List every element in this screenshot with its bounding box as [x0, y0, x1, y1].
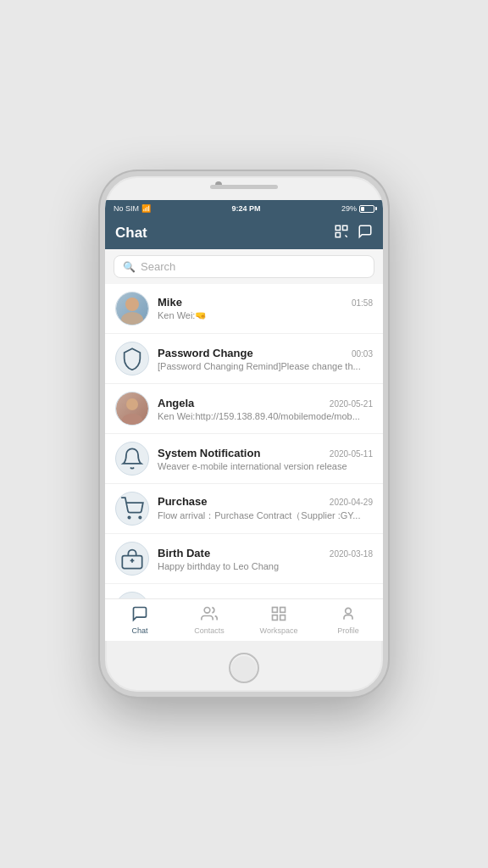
scan-icon[interactable] — [334, 224, 349, 242]
chat-content: Birth Date 2020-03-18 Happy birthday to … — [158, 547, 373, 571]
chat-time: 2020-04-29 — [330, 498, 373, 507]
chat-time: 2020-03-18 — [330, 549, 373, 559]
list-item[interactable]: Purchase 2020-04-29 Flow arrival：Purchas… — [105, 484, 383, 534]
chat-time: 2020-05-11 — [330, 449, 373, 459]
chat-top: Birth Date 2020-03-18 — [158, 547, 373, 559]
chat-top: Password Change 00:03 — [158, 347, 373, 359]
svg-rect-18 — [280, 615, 286, 620]
search-container: 🔍 Search — [105, 249, 383, 284]
chat-nav-icon — [131, 605, 148, 625]
chat-content: Mike 01:58 Ken Wei:🤜 — [158, 296, 373, 321]
chat-content: Purchase 2020-04-29 Flow arrival：Purchas… — [158, 495, 373, 522]
new-chat-icon[interactable] — [358, 224, 373, 242]
status-time: 9:24 PM — [231, 204, 260, 213]
app-header: Chat — [105, 217, 383, 249]
list-item[interactable]: Birth Date 2020-03-18 Happy birthday to … — [105, 534, 383, 584]
search-input[interactable]: Search — [141, 260, 175, 273]
workspace-nav-label: Workspace — [260, 626, 298, 635]
nav-item-contacts[interactable]: Contacts — [175, 599, 244, 641]
chat-name: Password Change — [158, 347, 253, 359]
chat-preview: Ken Wei:🤜 — [158, 310, 373, 321]
list-item[interactable]: System Notification 2020-05-11 Weaver e-… — [105, 434, 383, 484]
svg-rect-0 — [336, 225, 340, 230]
phone-shell: No SIM 📶 9:24 PM 29% Chat — [100, 171, 388, 697]
svg-point-8 — [139, 516, 141, 518]
workspace-nav-icon — [270, 605, 287, 625]
svg-point-7 — [128, 516, 130, 518]
list-item[interactable]: Angela 2020-05-21 Ken Wei:http://159.138… — [105, 384, 383, 434]
search-icon: 🔍 — [123, 261, 136, 273]
chat-name: Angela — [158, 397, 194, 409]
chat-preview: Flow arrival：Purchase Contract（Supplier … — [158, 509, 373, 522]
chat-name: Birth Date — [158, 547, 210, 559]
chat-top: System Notification 2020-05-11 — [158, 447, 373, 459]
battery-percentage: 29% — [341, 204, 357, 213]
chat-list: Mike 01:58 Ken Wei:🤜 Password Change 0 — [105, 284, 383, 598]
list-item[interactable]: Password Change 00:03 [Password Changing… — [105, 334, 383, 384]
contacts-nav-icon — [201, 605, 218, 625]
status-right: 29% — [341, 204, 374, 213]
chat-top: Angela 2020-05-21 — [158, 397, 373, 409]
battery-fill — [361, 207, 364, 211]
page-title: Chat — [115, 225, 147, 242]
phone-speaker — [210, 185, 278, 189]
chat-top: Mike 01:58 — [158, 296, 373, 309]
avatar — [115, 542, 149, 576]
nav-item-workspace[interactable]: Workspace — [244, 599, 313, 641]
bottom-nav: Chat Contacts — [105, 598, 383, 641]
search-bar[interactable]: 🔍 Search — [114, 255, 374, 278]
svg-point-14 — [204, 608, 210, 614]
svg-rect-2 — [336, 233, 340, 237]
chat-time: 00:03 — [352, 349, 373, 359]
avatar — [115, 492, 149, 526]
nav-item-profile[interactable]: Profile — [313, 599, 383, 641]
chat-content: Angela 2020-05-21 Ken Wei:http://159.138… — [158, 397, 373, 421]
avatar — [115, 442, 149, 476]
avatar — [115, 392, 149, 426]
chat-preview: Happy birthday to Leo Chang — [158, 561, 373, 571]
chat-name: Mike — [158, 296, 182, 309]
chat-preview: Ken Wei:http://159.138.89.40/mobilemode/… — [158, 411, 373, 421]
chat-name: Purchase — [158, 495, 208, 508]
chat-content: Password Change 00:03 [Password Changing… — [158, 347, 373, 371]
svg-rect-16 — [280, 608, 286, 613]
nav-item-chat[interactable]: Chat — [105, 599, 175, 641]
home-button[interactable] — [229, 653, 259, 683]
status-bar: No SIM 📶 9:24 PM 29% — [105, 200, 383, 217]
chat-top: Purchase 2020-04-29 — [158, 495, 373, 508]
svg-rect-1 — [343, 225, 347, 230]
svg-rect-17 — [273, 615, 278, 620]
header-icons — [334, 224, 373, 242]
chat-content: System Notification 2020-05-11 Weaver e-… — [158, 447, 373, 471]
chat-preview: Weaver e-mobile international version re… — [158, 461, 373, 471]
svg-point-19 — [346, 608, 352, 614]
carrier-label: No SIM — [114, 204, 139, 213]
chat-preview: [Password Changing Remind]Please change … — [158, 361, 373, 371]
chat-name: System Notification — [158, 447, 260, 459]
avatar — [115, 292, 149, 326]
chat-nav-label: Chat — [131, 626, 147, 635]
wifi-icon: 📶 — [141, 204, 151, 213]
battery-icon — [359, 205, 374, 213]
profile-nav-label: Profile — [337, 626, 359, 635]
status-left: No SIM 📶 — [114, 204, 151, 213]
list-item[interactable]: Mike 01:58 Ken Wei:🤜 — [105, 284, 383, 334]
avatar — [115, 592, 149, 598]
profile-nav-icon — [340, 605, 357, 625]
svg-rect-15 — [273, 608, 278, 613]
chat-time: 01:58 — [352, 298, 373, 308]
list-item[interactable]: Email 2020-02-22 Testing Email Function — [105, 584, 383, 598]
contacts-nav-label: Contacts — [194, 626, 225, 635]
avatar — [115, 342, 149, 376]
svg-line-6 — [346, 236, 347, 237]
chat-time: 2020-05-21 — [330, 399, 373, 409]
phone-screen: No SIM 📶 9:24 PM 29% Chat — [105, 200, 383, 641]
